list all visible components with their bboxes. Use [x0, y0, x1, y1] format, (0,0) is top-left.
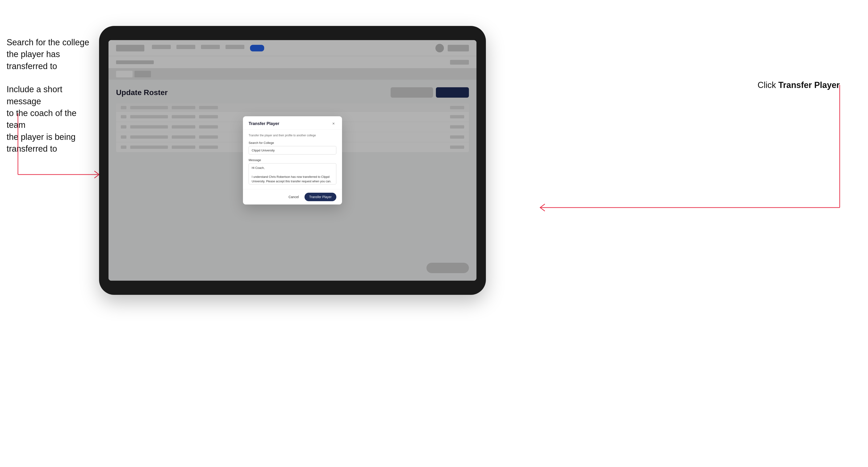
dialog-footer: Cancel Transfer Player — [243, 189, 342, 205]
message-textarea[interactable]: Hi Coach,I understand Chris Robertson ha… — [249, 163, 336, 184]
annotation-left: Search for the college the player has tr… — [7, 36, 92, 166]
search-college-input[interactable]: Clippd University — [249, 146, 336, 154]
message-value: Hi Coach,I understand Chris Robertson ha… — [252, 166, 331, 183]
search-college-label: Search for College — [249, 141, 336, 145]
dialog-title: Transfer Player — [249, 121, 279, 126]
tablet-frame: Update Roster — [99, 26, 486, 295]
dialog-overlay: Transfer Player × Transfer the player an… — [108, 40, 476, 281]
transfer-player-button[interactable]: Transfer Player — [305, 193, 336, 201]
tablet-screen: Update Roster — [108, 40, 476, 281]
transfer-player-dialog: Transfer Player × Transfer the player an… — [243, 116, 342, 205]
annotation-message-text: Include a short messageto the coach of t… — [7, 84, 92, 155]
dialog-header: Transfer Player × — [243, 116, 342, 130]
annotation-right: Click Transfer Player — [757, 80, 840, 90]
message-label: Message — [249, 158, 336, 162]
annotation-transfer-player: Transfer Player — [778, 80, 840, 90]
dialog-subtitle: Transfer the player and their profile to… — [249, 133, 336, 137]
cancel-button[interactable]: Cancel — [286, 193, 302, 201]
dialog-close-button[interactable]: × — [331, 121, 336, 127]
annotation-search-text: Search for the college the player has tr… — [7, 36, 92, 72]
search-college-value: Clippd University — [252, 149, 275, 152]
dialog-body: Transfer the player and their profile to… — [243, 130, 342, 189]
close-icon: × — [332, 121, 335, 126]
